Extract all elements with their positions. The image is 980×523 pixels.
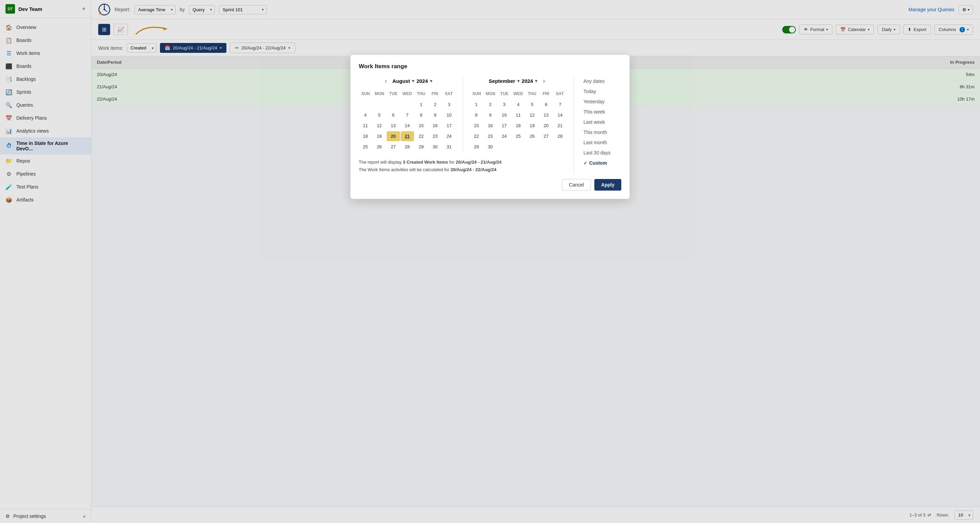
calendar-day[interactable]: 29 bbox=[415, 142, 428, 152]
calendar-day[interactable]: 8 bbox=[415, 110, 428, 120]
september-month-year: September ▾ 2024 ▾ bbox=[488, 78, 538, 84]
calendar-day[interactable]: 30 bbox=[484, 142, 497, 152]
calendar-day[interactable]: 19 bbox=[373, 131, 386, 141]
sep-month-chevron[interactable]: ▾ bbox=[517, 78, 520, 84]
quick-option-this-month[interactable]: This month bbox=[581, 128, 621, 137]
august-month: August bbox=[393, 78, 410, 84]
calendar-day[interactable]: 20 bbox=[387, 131, 400, 141]
calendar-day[interactable]: 17 bbox=[442, 121, 456, 130]
calendar-popup-title: Work Items range bbox=[359, 63, 621, 70]
quick-option-last-week[interactable]: Last week bbox=[581, 118, 621, 127]
calendar-day[interactable]: 25 bbox=[511, 131, 525, 141]
calendar-day[interactable]: 11 bbox=[511, 110, 525, 120]
september-weekdays: SUN MON TUE WED THU FRI SAT bbox=[470, 90, 567, 97]
calendar-day[interactable]: 19 bbox=[525, 121, 539, 130]
calendar-day[interactable]: 6 bbox=[539, 100, 553, 110]
calendar-day[interactable]: 16 bbox=[484, 121, 497, 130]
calendar-day[interactable]: 5 bbox=[525, 100, 539, 110]
calendar-day[interactable]: 1 bbox=[470, 100, 483, 110]
calendar-day[interactable]: 13 bbox=[539, 110, 553, 120]
quick-option-label: This week bbox=[584, 109, 605, 114]
calendar-day[interactable]: 28 bbox=[554, 131, 567, 141]
calendar-day[interactable]: 11 bbox=[359, 121, 372, 130]
september-grid: SUN MON TUE WED THU FRI SAT 123456789101… bbox=[470, 90, 567, 152]
calendar-day[interactable]: 26 bbox=[373, 142, 386, 152]
august-weekdays: SUN MON TUE WED THU FRI SAT bbox=[359, 90, 456, 97]
quick-select-panel: Any datesTodayYesterdayThis weekLast wee… bbox=[574, 77, 621, 173]
calendar-day[interactable]: 6 bbox=[387, 110, 400, 120]
calendar-day bbox=[554, 142, 567, 152]
calendar-day[interactable]: 29 bbox=[470, 142, 483, 152]
calendar-day[interactable]: 12 bbox=[525, 110, 539, 120]
calendar-day[interactable]: 24 bbox=[498, 131, 511, 141]
calendar-overlay[interactable]: Work Items range ‹ August ▾ 2024 ▾ bbox=[0, 0, 980, 523]
quick-option-today[interactable]: Today bbox=[581, 87, 621, 96]
calendar-day[interactable]: 14 bbox=[401, 121, 414, 130]
calendar-day[interactable]: 7 bbox=[554, 100, 567, 110]
calendar-day[interactable]: 21 bbox=[554, 121, 567, 130]
calendar-day[interactable]: 21 bbox=[401, 131, 414, 141]
calendar-day[interactable]: 3 bbox=[498, 100, 511, 110]
aug-month-chevron[interactable]: ▾ bbox=[412, 78, 414, 84]
calendar-day[interactable]: 14 bbox=[554, 110, 567, 120]
apply-button[interactable]: Apply bbox=[594, 179, 621, 191]
calendar-day[interactable]: 13 bbox=[387, 121, 400, 130]
calendar-day[interactable]: 27 bbox=[539, 131, 553, 141]
calendar-day[interactable]: 8 bbox=[470, 110, 483, 120]
calendar-day[interactable]: 15 bbox=[470, 121, 483, 130]
calendar-day[interactable]: 1 bbox=[415, 100, 428, 110]
calendar-day[interactable]: 30 bbox=[429, 142, 442, 152]
calendar-day[interactable]: 25 bbox=[359, 142, 372, 152]
calendar-day[interactable]: 9 bbox=[484, 110, 497, 120]
calendar-day[interactable]: 26 bbox=[525, 131, 539, 141]
calendar-day[interactable]: 2 bbox=[429, 100, 442, 110]
quick-option-this-week[interactable]: This week bbox=[581, 107, 621, 116]
calendar-day[interactable]: 28 bbox=[401, 142, 414, 152]
info-prefix-1: The report will display bbox=[359, 159, 403, 165]
quick-option-yesterday[interactable]: Yesterday bbox=[581, 97, 621, 106]
calendar-day[interactable]: 23 bbox=[484, 131, 497, 141]
calendar-day[interactable]: 17 bbox=[498, 121, 511, 130]
calendar-day[interactable]: 7 bbox=[401, 110, 414, 120]
calendar-day[interactable]: 10 bbox=[498, 110, 511, 120]
calendar-day[interactable]: 12 bbox=[373, 121, 386, 130]
quick-option-last-30-days[interactable]: Last 30 days bbox=[581, 148, 621, 157]
info-prefix-2: The Work Items activities will be calcul… bbox=[359, 167, 450, 172]
calendar-day[interactable]: 20 bbox=[539, 121, 553, 130]
calendar-day[interactable]: 5 bbox=[373, 110, 386, 120]
cancel-button[interactable]: Cancel bbox=[562, 179, 591, 191]
quick-option-custom[interactable]: ✓Custom bbox=[581, 159, 621, 167]
calendar-day[interactable]: 4 bbox=[359, 110, 372, 120]
quick-option-any-dates[interactable]: Any dates bbox=[581, 77, 621, 86]
prev-month-button[interactable]: ‹ bbox=[382, 77, 390, 85]
next-month-button[interactable]: › bbox=[540, 77, 547, 85]
calendar-day[interactable]: 22 bbox=[470, 131, 483, 141]
calendar-day[interactable]: 3 bbox=[442, 100, 456, 110]
calendar-day[interactable]: 9 bbox=[429, 110, 442, 120]
september-calendar: September ▾ 2024 ▾ › SUN MON TUE bbox=[470, 77, 567, 152]
august-calendar: ‹ August ▾ 2024 ▾ SUN MON bbox=[359, 77, 456, 152]
august-grid: SUN MON TUE WED THU FRI SAT 123456789101… bbox=[359, 90, 456, 152]
calendar-day[interactable]: 31 bbox=[442, 142, 456, 152]
calendar-day[interactable]: 4 bbox=[511, 100, 525, 110]
september-year: 2024 bbox=[522, 78, 533, 84]
august-days: 1234567891011121314151617181920212223242… bbox=[359, 100, 456, 152]
aug-year-chevron[interactable]: ▾ bbox=[430, 78, 433, 84]
info-text: The report will display 3 Created Work I… bbox=[359, 159, 567, 173]
calendar-day[interactable]: 18 bbox=[359, 131, 372, 141]
calendar-day[interactable]: 16 bbox=[429, 121, 442, 130]
calendar-day[interactable]: 10 bbox=[442, 110, 456, 120]
calendar-day[interactable]: 18 bbox=[511, 121, 525, 130]
calendar-day[interactable]: 23 bbox=[429, 131, 442, 141]
calendar-day[interactable]: 24 bbox=[442, 131, 456, 141]
quick-option-label: Last month bbox=[584, 140, 607, 145]
september-days: 1234567891011121314151617181920212223242… bbox=[470, 100, 567, 152]
info-bold-2: 20/Aug/24 - 21/Aug/24 bbox=[455, 159, 501, 165]
quick-option-last-month[interactable]: Last month bbox=[581, 138, 621, 147]
calendar-day[interactable]: 2 bbox=[484, 100, 497, 110]
sep-year-chevron[interactable]: ▾ bbox=[535, 78, 538, 84]
calendar-day[interactable]: 15 bbox=[415, 121, 428, 130]
calendar-day[interactable]: 22 bbox=[415, 131, 428, 141]
calendar-day[interactable]: 27 bbox=[387, 142, 400, 152]
quick-option-label: Yesterday bbox=[584, 99, 605, 104]
